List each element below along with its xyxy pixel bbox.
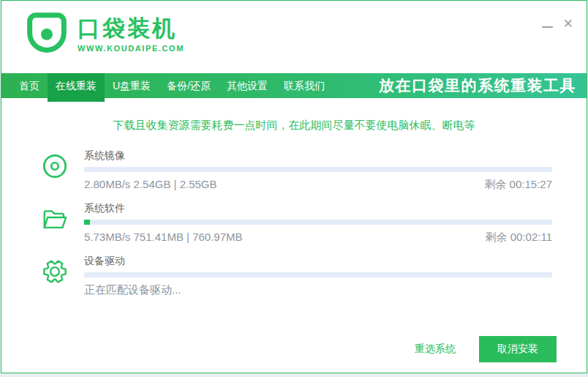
app-title: 口袋装机 [78,16,184,41]
tab-other-settings[interactable]: 其他设置 [219,73,276,98]
tab-contact-us[interactable]: 联系我们 [276,73,333,98]
task-body: 系统软件 5.73MB/s 751.41MB | 760.97MB 剩余 00:… [84,201,552,245]
progress-bar [84,272,552,277]
task-speed-size: 5.73MB/s 751.41MB | 760.97MB [84,231,243,245]
task-speed-size: 2.80MB/s 2.54GB | 2.55GB [84,178,217,192]
shield-logo-icon [26,12,67,56]
task-body: 系统镜像 2.80MB/s 2.54GB | 2.55GB 剩余 00:15:2… [84,148,552,192]
download-task-list: 系统镜像 2.80MB/s 2.54GB | 2.55GB 剩余 00:15:2… [1,148,587,297]
minimize-icon[interactable] [542,19,553,29]
app-window: 口袋装机 WWW.KOUDAIPE.COM ✕ 首页 在线重装 U盘重装 备份/… [1,0,587,373]
footer-actions: 重选系统 取消安装 [415,336,557,362]
progress-bar [84,220,552,225]
task-title: 系统软件 [84,201,552,220]
disc-icon [41,152,69,180]
task-status: 2.80MB/s 2.54GB | 2.55GB 剩余 00:15:27 [84,178,552,192]
task-time-remaining: 剩余 00:15:27 [484,178,552,192]
tab-usb-reinstall[interactable]: U盘重装 [105,73,159,98]
notice-text: 下载且收集资源需要耗费一点时间，在此期间尽量不要使电脑休眠、断电等 [1,119,587,132]
nav-slogan: 放在口袋里的系统重装工具 [379,73,576,98]
tab-online-reinstall[interactable]: 在线重装 [48,73,105,102]
progress-fill [84,220,90,225]
task-status: 正在匹配设备驱动... [84,283,552,297]
nav-bar: 首页 在线重装 U盘重装 备份/还原 其他设置 联系我们 放在口袋里的系统重装工… [1,73,587,98]
gear-icon [41,258,69,285]
brand-text: 口袋装机 WWW.KOUDAIPE.COM [78,12,184,53]
task-row-system-software: 系统软件 5.73MB/s 751.41MB | 760.97MB 剩余 00:… [41,201,587,245]
progress-bar [84,167,552,172]
task-title: 系统镜像 [84,148,552,167]
title-bar: 口袋装机 WWW.KOUDAIPE.COM ✕ [1,1,587,73]
brand-website: WWW.KOUDAIPE.COM [78,44,184,53]
task-title: 设备驱动 [84,253,552,272]
reselect-system-button[interactable]: 重选系统 [415,343,456,356]
tab-backup-restore[interactable]: 备份/还原 [159,73,219,98]
folder-icon [41,205,69,233]
window-controls: ✕ [542,19,573,29]
cancel-install-button[interactable]: 取消安装 [479,336,557,362]
brand: 口袋装机 WWW.KOUDAIPE.COM [26,12,184,56]
task-row-system-image: 系统镜像 2.80MB/s 2.54GB | 2.55GB 剩余 00:15:2… [41,148,587,192]
task-status-message: 正在匹配设备驱动... [84,283,181,297]
task-row-device-drivers: 设备驱动 正在匹配设备驱动... [41,253,587,297]
task-body: 设备驱动 正在匹配设备驱动... [84,253,552,297]
task-status: 5.73MB/s 751.41MB | 760.97MB 剩余 00:02:11 [84,231,552,245]
tab-home[interactable]: 首页 [11,73,48,98]
close-icon[interactable]: ✕ [563,19,573,29]
task-time-remaining: 剩余 00:02:11 [486,231,552,245]
